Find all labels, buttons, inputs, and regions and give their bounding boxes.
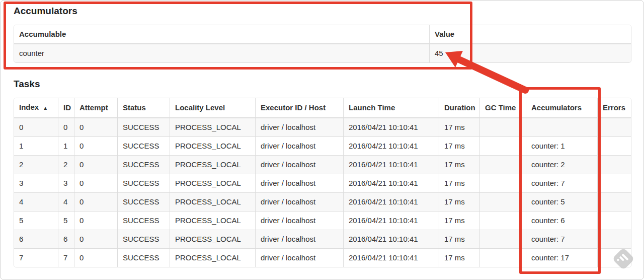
errors-column-header[interactable]: Errors: [597, 98, 631, 118]
task-cell-index: 7: [14, 248, 58, 267]
task-cell-duration: 17 ms: [439, 155, 479, 174]
task-cell-attempt: 0: [74, 211, 117, 230]
task-cell-launch-time: 2016/04/21 10:10:41: [343, 118, 439, 136]
task-cell-errors: [597, 211, 631, 230]
task-cell-index: 3: [14, 174, 58, 192]
task-cell-status: SUCCESS: [117, 230, 170, 248]
task-cell-status: SUCCESS: [117, 118, 170, 136]
task-cell-duration: 17 ms: [439, 118, 479, 136]
task-cell-id: 4: [58, 192, 74, 211]
task-cell-status: SUCCESS: [117, 155, 170, 174]
task-cell-launch-time: 2016/04/21 10:10:41: [343, 136, 439, 155]
task-cell-id: 7: [58, 248, 74, 267]
task-cell-status: SUCCESS: [117, 174, 170, 192]
task-cell-attempt: 0: [74, 118, 117, 136]
task-cell-launch-time: 2016/04/21 10:10:41: [343, 155, 439, 174]
task-cell-locality-level: PROCESS_LOCAL: [170, 192, 255, 211]
task-cell-id: 6: [58, 230, 74, 248]
task-cell-gc-time: [479, 136, 526, 155]
accumulator-row: counter 45: [14, 44, 631, 62]
task-cell-gc-time: [479, 248, 526, 267]
id-column-header[interactable]: ID: [58, 98, 74, 118]
task-cell-launch-time: 2016/04/21 10:10:41: [343, 174, 439, 192]
accumulable-name-cell: counter: [14, 44, 429, 62]
task-cell-id: 3: [58, 174, 74, 192]
task-cell-locality-level: PROCESS_LOCAL: [170, 136, 255, 155]
tasks-table-body: 000SUCCESSPROCESS_LOCALdriver / localhos…: [14, 118, 631, 267]
task-cell-gc-time: [479, 155, 526, 174]
task-cell-executor-id-host: driver / localhost: [255, 248, 343, 267]
task-cell-errors: [597, 230, 631, 248]
task-cell-gc-time: [479, 174, 526, 192]
task-cell-executor-id-host: driver / localhost: [255, 230, 343, 248]
task-cell-executor-id-host: driver / localhost: [255, 211, 343, 230]
task-cell-duration: 17 ms: [439, 174, 479, 192]
watermark-icon: [612, 248, 634, 270]
task-row: 550SUCCESSPROCESS_LOCALdriver / localhos…: [14, 211, 631, 230]
task-cell-accumulators: [526, 118, 597, 136]
task-cell-errors: [597, 136, 631, 155]
task-cell-index: 4: [14, 192, 58, 211]
task-cell-id: 1: [58, 136, 74, 155]
task-cell-executor-id-host: driver / localhost: [255, 155, 343, 174]
task-cell-gc-time: [479, 192, 526, 211]
task-cell-accumulators: counter: 7: [526, 174, 597, 192]
task-cell-index: 6: [14, 230, 58, 248]
task-cell-index: 2: [14, 155, 58, 174]
accumulators-header-row: Accumulable Value: [14, 25, 631, 44]
accumulators-column-header[interactable]: Accumulators: [526, 98, 597, 118]
locality-level-column-header[interactable]: Locality Level: [170, 98, 255, 118]
task-cell-index: 5: [14, 211, 58, 230]
task-cell-executor-id-host: driver / localhost: [255, 192, 343, 211]
attempt-column-header[interactable]: Attempt: [74, 98, 117, 118]
task-row: 110SUCCESSPROCESS_LOCALdriver / localhos…: [14, 136, 631, 155]
page-content: Accumulators Accumulable Value counter 4…: [14, 5, 631, 267]
task-cell-executor-id-host: driver / localhost: [255, 174, 343, 192]
accumulators-table: Accumulable Value counter 45: [14, 25, 631, 63]
accumulators-section-title: Accumulators: [14, 5, 631, 18]
task-cell-id: 2: [58, 155, 74, 174]
task-cell-locality-level: PROCESS_LOCAL: [170, 230, 255, 248]
task-cell-duration: 17 ms: [439, 230, 479, 248]
accumulable-value-cell: 45: [429, 44, 631, 62]
task-cell-errors: [597, 118, 631, 136]
tasks-table: Index▲ ID Attempt Status Locality Level …: [14, 98, 631, 267]
task-cell-gc-time: [479, 230, 526, 248]
task-cell-accumulators: counter: 2: [526, 155, 597, 174]
task-cell-launch-time: 2016/04/21 10:10:41: [343, 211, 439, 230]
tasks-header-row: Index▲ ID Attempt Status Locality Level …: [14, 98, 631, 118]
task-row: 330SUCCESSPROCESS_LOCALdriver / localhos…: [14, 174, 631, 192]
task-cell-id: 0: [58, 118, 74, 136]
duration-column-header[interactable]: Duration: [439, 98, 479, 118]
task-cell-index: 0: [14, 118, 58, 136]
task-cell-launch-time: 2016/04/21 10:10:41: [343, 192, 439, 211]
executor-id-host-column-header[interactable]: Executor ID / Host: [255, 98, 343, 118]
task-cell-launch-time: 2016/04/21 10:10:41: [343, 230, 439, 248]
task-cell-attempt: 0: [74, 192, 117, 211]
task-cell-attempt: 0: [74, 136, 117, 155]
task-cell-gc-time: [479, 211, 526, 230]
task-row: 220SUCCESSPROCESS_LOCALdriver / localhos…: [14, 155, 631, 174]
spark-stage-page: Accumulators Accumulable Value counter 4…: [0, 0, 644, 280]
task-row: 660SUCCESSPROCESS_LOCALdriver / localhos…: [14, 230, 631, 248]
task-cell-locality-level: PROCESS_LOCAL: [170, 248, 255, 267]
task-cell-attempt: 0: [74, 230, 117, 248]
task-cell-locality-level: PROCESS_LOCAL: [170, 155, 255, 174]
status-column-header[interactable]: Status: [117, 98, 170, 118]
value-column-header: Value: [429, 25, 631, 44]
index-column-header[interactable]: Index▲: [14, 98, 58, 118]
launch-time-column-header[interactable]: Launch Time: [343, 98, 439, 118]
tasks-section-title: Tasks: [14, 78, 631, 91]
task-cell-attempt: 0: [74, 248, 117, 267]
task-cell-accumulators: counter: 1: [526, 136, 597, 155]
gc-time-column-header[interactable]: GC Time: [479, 98, 526, 118]
task-cell-errors: [597, 192, 631, 211]
task-cell-accumulators: counter: 5: [526, 192, 597, 211]
task-row: 000SUCCESSPROCESS_LOCALdriver / localhos…: [14, 118, 631, 136]
task-cell-accumulators: counter: 6: [526, 211, 597, 230]
task-cell-executor-id-host: driver / localhost: [255, 118, 343, 136]
task-cell-duration: 17 ms: [439, 192, 479, 211]
watermark-diamond: [612, 247, 634, 270]
task-row: 440SUCCESSPROCESS_LOCALdriver / localhos…: [14, 192, 631, 211]
task-cell-accumulators: counter: 7: [526, 230, 597, 248]
